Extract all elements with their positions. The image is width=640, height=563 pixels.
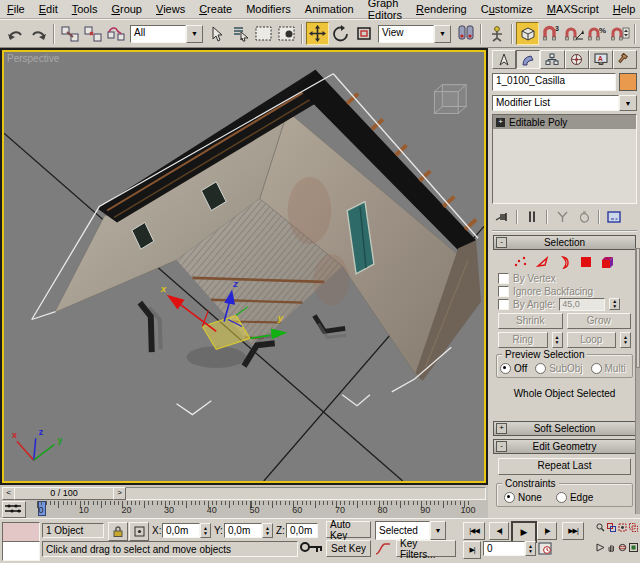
rollout-soft-selection[interactable]: + Soft Selection — [493, 421, 636, 436]
maxscript-mini-listener-white[interactable] — [2, 541, 40, 561]
redo-button[interactable] — [27, 22, 50, 45]
select-object-button[interactable] — [206, 22, 229, 45]
panel-scrollbar[interactable] — [635, 248, 640, 514]
menu-item-group[interactable]: Group — [104, 2, 149, 16]
menu-item-help[interactable]: Help — [606, 2, 640, 16]
frame-spinner[interactable]: ▲▼ — [525, 541, 536, 556]
zoom-extents-all-button[interactable] — [629, 523, 638, 532]
menu-item-maxscript[interactable]: MAXScript — [540, 2, 606, 16]
zoom-extents-button[interactable] — [618, 523, 627, 532]
absolute-offset-toggle[interactable] — [129, 522, 149, 541]
pan-button[interactable] — [607, 543, 616, 552]
set-key-button[interactable]: Set Key — [326, 540, 371, 557]
track-bar[interactable]: 0102030405060708090100 — [0, 500, 488, 519]
viewport[interactable]: Perspective — [0, 48, 488, 485]
make-unique-button[interactable] — [552, 209, 572, 225]
z-coord-field[interactable]: 0,0m — [286, 523, 318, 538]
mini-curve-editor-button[interactable] — [2, 501, 26, 518]
checkbox[interactable] — [498, 273, 509, 284]
shrink-button[interactable]: Shrink — [498, 313, 563, 329]
maximize-viewport-button[interactable] — [629, 543, 638, 552]
snaps-toggle-button[interactable] — [516, 22, 539, 45]
zoom-all-button[interactable] — [607, 523, 616, 532]
select-and-scale-button[interactable] — [352, 22, 375, 45]
collapse-icon[interactable]: - — [496, 441, 507, 452]
polygon-mode-button[interactable] — [580, 256, 592, 268]
bind-to-space-warp-button[interactable] — [104, 22, 127, 45]
tab-display[interactable]: A — [589, 50, 613, 69]
modifier-stack[interactable]: + Editable Poly — [492, 114, 637, 204]
window-crossing-button[interactable] — [275, 22, 298, 45]
rollout-selection[interactable]: - Selection — [493, 235, 636, 250]
go-to-end-button[interactable]: ▶▶| — [562, 522, 584, 540]
tab-hierarchy[interactable] — [540, 50, 564, 69]
constraint-edge-radio[interactable]: Edge — [556, 492, 593, 503]
expand-icon[interactable]: + — [496, 423, 507, 434]
menu-item-tools[interactable]: Tools — [65, 2, 105, 16]
preview-off-radio[interactable]: Off — [500, 363, 527, 374]
auto-key-button[interactable]: Auto Key — [326, 521, 371, 538]
vertex-mode-button[interactable] — [514, 256, 527, 268]
field-of-view-button[interactable] — [596, 543, 605, 552]
x-coord-field[interactable]: 0,0m — [162, 523, 200, 538]
tab-utilities[interactable] — [613, 50, 637, 69]
element-mode-button[interactable] — [601, 256, 616, 269]
checkbox[interactable] — [498, 299, 509, 310]
by-vertex-checkbox-row[interactable]: By Vertex — [498, 272, 637, 284]
use-pivot-center-button[interactable] — [454, 22, 477, 45]
ignore-backfacing-checkbox-row[interactable]: Ignore Backfacing — [498, 285, 637, 297]
menu-item-animation[interactable]: Animation — [298, 2, 361, 16]
percent-snap-button[interactable]: % — [585, 22, 608, 45]
play-button[interactable]: ▶ — [511, 521, 537, 543]
ring-button[interactable]: Ring — [498, 332, 548, 348]
collapse-icon[interactable]: - — [496, 237, 507, 248]
default-tangent-button[interactable] — [375, 542, 391, 557]
select-and-manipulate-button[interactable] — [485, 22, 508, 45]
angle-snap-button[interactable] — [562, 22, 585, 45]
chevron-down-icon[interactable]: ▼ — [434, 25, 451, 43]
configure-modifier-sets-button[interactable] — [604, 209, 624, 225]
preview-multi-radio[interactable]: Multi — [591, 363, 626, 374]
scrollbar-thumb[interactable] — [636, 248, 640, 368]
y-spinner[interactable]: ▲▼ — [262, 523, 273, 538]
object-name-field[interactable]: 1_0100_Casilla — [492, 73, 616, 91]
reference-coord-dropdown[interactable]: View ▼ — [378, 25, 451, 43]
spinner-down-icon[interactable]: ▼ — [610, 304, 619, 309]
next-frame-arrow[interactable]: > — [113, 487, 126, 500]
checkbox[interactable] — [498, 286, 509, 297]
menu-item-modifiers[interactable]: Modifiers — [239, 2, 298, 16]
go-to-start-button[interactable]: |◀◀ — [463, 522, 485, 540]
chevron-down-icon[interactable]: ▼ — [186, 25, 203, 43]
tab-motion[interactable] — [565, 50, 589, 69]
selection-filter-dropdown[interactable]: All ▼ — [130, 25, 203, 43]
stack-entry-editable-poly[interactable]: + Editable Poly — [493, 115, 636, 129]
spinner-down-icon[interactable]: ▼ — [621, 340, 630, 345]
next-frame-button[interactable]: |▶ — [537, 522, 557, 540]
time-slider[interactable]: < 0 / 100 > — [0, 485, 488, 501]
current-frame-field[interactable]: 0 — [483, 541, 525, 556]
expand-icon[interactable]: + — [496, 118, 505, 127]
select-and-rotate-button[interactable] — [329, 22, 352, 45]
unlink-selection-button[interactable] — [81, 22, 104, 45]
select-and-link-button[interactable] — [58, 22, 81, 45]
show-end-result-button[interactable] — [522, 209, 542, 225]
y-coord-field[interactable]: 0,0m — [224, 523, 262, 538]
menu-item-edit[interactable]: Edit — [32, 2, 65, 16]
previous-frame-button[interactable]: ◀| — [489, 522, 509, 540]
modifier-list-dropdown[interactable]: Modifier List ▼ — [492, 95, 637, 111]
undo-button[interactable] — [4, 22, 27, 45]
edge-mode-button[interactable] — [536, 256, 550, 268]
set-keys-button[interactable] — [300, 541, 324, 556]
grow-button[interactable]: Grow — [567, 313, 632, 329]
selection-region-button[interactable] — [252, 22, 275, 45]
zoom-button[interactable] — [596, 523, 605, 532]
chevron-down-icon[interactable]: ▼ — [619, 95, 637, 111]
selection-lock-button[interactable] — [108, 522, 128, 541]
tab-create[interactable] — [492, 50, 516, 69]
pin-stack-button[interactable] — [492, 209, 512, 225]
viewport-label[interactable]: Perspective — [7, 53, 59, 64]
select-by-name-button[interactable] — [229, 22, 252, 45]
key-filters-button[interactable]: Key Filters... — [396, 540, 456, 557]
constraint-none-radio[interactable]: None — [504, 492, 542, 503]
angle-value-field[interactable]: 45,0 — [559, 298, 605, 311]
